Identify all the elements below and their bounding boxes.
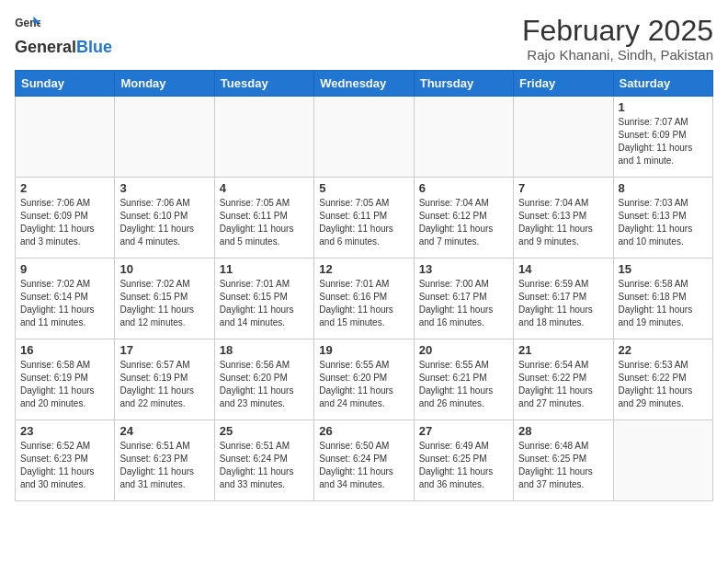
week-row-4: 16Sunrise: 6:58 AM Sunset: 6:19 PM Dayli… bbox=[16, 339, 713, 420]
weekday-header-friday: Friday bbox=[514, 71, 613, 97]
calendar-cell-w4-d3: 18Sunrise: 6:56 AM Sunset: 6:20 PM Dayli… bbox=[214, 339, 313, 420]
day-number: 10 bbox=[119, 262, 209, 276]
calendar-cell-w1-d6 bbox=[514, 97, 613, 178]
calendar-cell-w1-d7: 1Sunrise: 7:07 AM Sunset: 6:09 PM Daylig… bbox=[613, 97, 712, 178]
calendar-cell-w2-d3: 4Sunrise: 7:05 AM Sunset: 6:11 PM Daylig… bbox=[214, 178, 313, 259]
calendar-cell-w2-d1: 2Sunrise: 7:06 AM Sunset: 6:09 PM Daylig… bbox=[16, 178, 115, 259]
calendar-cell-w5-d5: 27Sunrise: 6:49 AM Sunset: 6:25 PM Dayli… bbox=[414, 420, 513, 501]
calendar-cell-w1-d5 bbox=[414, 97, 513, 178]
location-subtitle: Rajo Khanani, Sindh, Pakistan bbox=[522, 47, 713, 63]
week-row-2: 2Sunrise: 7:06 AM Sunset: 6:09 PM Daylig… bbox=[16, 178, 713, 259]
calendar-cell-w2-d7: 8Sunrise: 7:03 AM Sunset: 6:13 PM Daylig… bbox=[613, 178, 712, 259]
day-number: 5 bbox=[319, 181, 408, 195]
calendar-table: SundayMondayTuesdayWednesdayThursdayFrid… bbox=[15, 70, 713, 501]
day-info: Sunrise: 7:04 AM Sunset: 6:12 PM Dayligh… bbox=[419, 197, 508, 248]
weekday-header-monday: Monday bbox=[115, 71, 214, 97]
day-info: Sunrise: 7:01 AM Sunset: 6:15 PM Dayligh… bbox=[220, 278, 309, 329]
day-info: Sunrise: 6:56 AM Sunset: 6:20 PM Dayligh… bbox=[220, 359, 309, 410]
day-number: 23 bbox=[20, 424, 109, 438]
day-info: Sunrise: 6:49 AM Sunset: 6:25 PM Dayligh… bbox=[419, 440, 508, 491]
day-number: 24 bbox=[119, 424, 209, 438]
day-info: Sunrise: 6:58 AM Sunset: 6:19 PM Dayligh… bbox=[20, 359, 109, 410]
calendar-cell-w4-d4: 19Sunrise: 6:55 AM Sunset: 6:20 PM Dayli… bbox=[314, 339, 414, 420]
page-header: General General Blue February 2025 Rajo … bbox=[15, 15, 713, 63]
week-row-1: 1Sunrise: 7:07 AM Sunset: 6:09 PM Daylig… bbox=[16, 97, 713, 178]
weekday-header-row: SundayMondayTuesdayWednesdayThursdayFrid… bbox=[16, 71, 713, 97]
day-number: 21 bbox=[518, 343, 608, 357]
calendar-cell-w5-d2: 24Sunrise: 6:51 AM Sunset: 6:23 PM Dayli… bbox=[115, 420, 214, 501]
weekday-header-wednesday: Wednesday bbox=[314, 71, 414, 97]
calendar-cell-w4-d1: 16Sunrise: 6:58 AM Sunset: 6:19 PM Dayli… bbox=[16, 339, 115, 420]
calendar-cell-w1-d4 bbox=[314, 97, 414, 178]
day-number: 6 bbox=[419, 181, 508, 195]
logo-general-text: General bbox=[15, 39, 76, 55]
day-number: 13 bbox=[419, 262, 508, 276]
day-info: Sunrise: 6:51 AM Sunset: 6:23 PM Dayligh… bbox=[119, 440, 209, 491]
day-info: Sunrise: 6:55 AM Sunset: 6:21 PM Dayligh… bbox=[419, 359, 508, 410]
day-number: 15 bbox=[619, 262, 708, 276]
calendar-cell-w3-d3: 11Sunrise: 7:01 AM Sunset: 6:15 PM Dayli… bbox=[214, 259, 313, 339]
week-row-5: 23Sunrise: 6:52 AM Sunset: 6:23 PM Dayli… bbox=[16, 420, 713, 501]
day-info: Sunrise: 6:54 AM Sunset: 6:22 PM Dayligh… bbox=[518, 359, 608, 410]
calendar-cell-w5-d3: 25Sunrise: 6:51 AM Sunset: 6:24 PM Dayli… bbox=[214, 420, 313, 501]
calendar-cell-w3-d4: 12Sunrise: 7:01 AM Sunset: 6:16 PM Dayli… bbox=[314, 259, 414, 339]
weekday-header-saturday: Saturday bbox=[613, 71, 712, 97]
day-info: Sunrise: 7:05 AM Sunset: 6:11 PM Dayligh… bbox=[319, 197, 408, 248]
day-number: 26 bbox=[319, 424, 408, 438]
day-info: Sunrise: 6:57 AM Sunset: 6:19 PM Dayligh… bbox=[119, 359, 209, 410]
calendar-cell-w2-d4: 5Sunrise: 7:05 AM Sunset: 6:11 PM Daylig… bbox=[314, 178, 414, 259]
calendar-cell-w3-d7: 15Sunrise: 6:58 AM Sunset: 6:18 PM Dayli… bbox=[613, 259, 712, 339]
day-info: Sunrise: 6:50 AM Sunset: 6:24 PM Dayligh… bbox=[319, 440, 408, 491]
calendar-cell-w5-d4: 26Sunrise: 6:50 AM Sunset: 6:24 PM Dayli… bbox=[314, 420, 414, 501]
day-info: Sunrise: 6:53 AM Sunset: 6:22 PM Dayligh… bbox=[619, 359, 708, 410]
day-info: Sunrise: 6:59 AM Sunset: 6:17 PM Dayligh… bbox=[518, 278, 608, 329]
calendar-cell-w1-d3 bbox=[214, 97, 313, 178]
day-info: Sunrise: 7:01 AM Sunset: 6:16 PM Dayligh… bbox=[319, 278, 408, 329]
calendar-cell-w3-d5: 13Sunrise: 7:00 AM Sunset: 6:17 PM Dayli… bbox=[414, 259, 513, 339]
day-info: Sunrise: 7:00 AM Sunset: 6:17 PM Dayligh… bbox=[419, 278, 508, 329]
month-title: February 2025 bbox=[522, 15, 713, 47]
day-number: 19 bbox=[319, 343, 408, 357]
logo: General General Blue bbox=[15, 15, 112, 55]
day-number: 1 bbox=[619, 100, 708, 114]
day-number: 22 bbox=[619, 343, 708, 357]
day-info: Sunrise: 7:04 AM Sunset: 6:13 PM Dayligh… bbox=[518, 197, 608, 248]
calendar-cell-w5-d7 bbox=[613, 420, 712, 501]
day-info: Sunrise: 7:07 AM Sunset: 6:09 PM Dayligh… bbox=[619, 116, 708, 167]
day-number: 28 bbox=[518, 424, 608, 438]
day-number: 9 bbox=[20, 262, 109, 276]
day-number: 25 bbox=[220, 424, 309, 438]
calendar-cell-w5-d1: 23Sunrise: 6:52 AM Sunset: 6:23 PM Dayli… bbox=[16, 420, 115, 501]
logo-icon: General bbox=[15, 15, 40, 35]
day-info: Sunrise: 7:02 AM Sunset: 6:15 PM Dayligh… bbox=[119, 278, 209, 329]
day-info: Sunrise: 7:06 AM Sunset: 6:09 PM Dayligh… bbox=[20, 197, 109, 248]
day-info: Sunrise: 6:58 AM Sunset: 6:18 PM Dayligh… bbox=[619, 278, 708, 329]
calendar-cell-w2-d6: 7Sunrise: 7:04 AM Sunset: 6:13 PM Daylig… bbox=[514, 178, 613, 259]
logo-blue-text: Blue bbox=[76, 39, 112, 55]
day-info: Sunrise: 7:03 AM Sunset: 6:13 PM Dayligh… bbox=[619, 197, 708, 248]
day-number: 7 bbox=[518, 181, 608, 195]
day-info: Sunrise: 6:51 AM Sunset: 6:24 PM Dayligh… bbox=[220, 440, 309, 491]
day-info: Sunrise: 7:05 AM Sunset: 6:11 PM Dayligh… bbox=[220, 197, 309, 248]
day-number: 8 bbox=[619, 181, 708, 195]
calendar-cell-w5-d6: 28Sunrise: 6:48 AM Sunset: 6:25 PM Dayli… bbox=[514, 420, 613, 501]
weekday-header-thursday: Thursday bbox=[414, 71, 513, 97]
day-number: 11 bbox=[220, 262, 309, 276]
calendar-cell-w3-d2: 10Sunrise: 7:02 AM Sunset: 6:15 PM Dayli… bbox=[115, 259, 214, 339]
weekday-header-sunday: Sunday bbox=[16, 71, 115, 97]
weekday-header-tuesday: Tuesday bbox=[214, 71, 313, 97]
day-number: 27 bbox=[419, 424, 508, 438]
day-number: 4 bbox=[220, 181, 309, 195]
calendar-cell-w2-d2: 3Sunrise: 7:06 AM Sunset: 6:10 PM Daylig… bbox=[115, 178, 214, 259]
week-row-3: 9Sunrise: 7:02 AM Sunset: 6:14 PM Daylig… bbox=[16, 259, 713, 339]
day-number: 2 bbox=[20, 181, 109, 195]
day-info: Sunrise: 7:02 AM Sunset: 6:14 PM Dayligh… bbox=[20, 278, 109, 329]
day-number: 12 bbox=[319, 262, 408, 276]
day-number: 16 bbox=[20, 343, 109, 357]
calendar-cell-w4-d7: 22Sunrise: 6:53 AM Sunset: 6:22 PM Dayli… bbox=[613, 339, 712, 420]
calendar-cell-w2-d5: 6Sunrise: 7:04 AM Sunset: 6:12 PM Daylig… bbox=[414, 178, 513, 259]
day-info: Sunrise: 7:06 AM Sunset: 6:10 PM Dayligh… bbox=[119, 197, 209, 248]
day-number: 3 bbox=[119, 181, 209, 195]
calendar-cell-w3-d6: 14Sunrise: 6:59 AM Sunset: 6:17 PM Dayli… bbox=[514, 259, 613, 339]
day-info: Sunrise: 6:52 AM Sunset: 6:23 PM Dayligh… bbox=[20, 440, 109, 491]
